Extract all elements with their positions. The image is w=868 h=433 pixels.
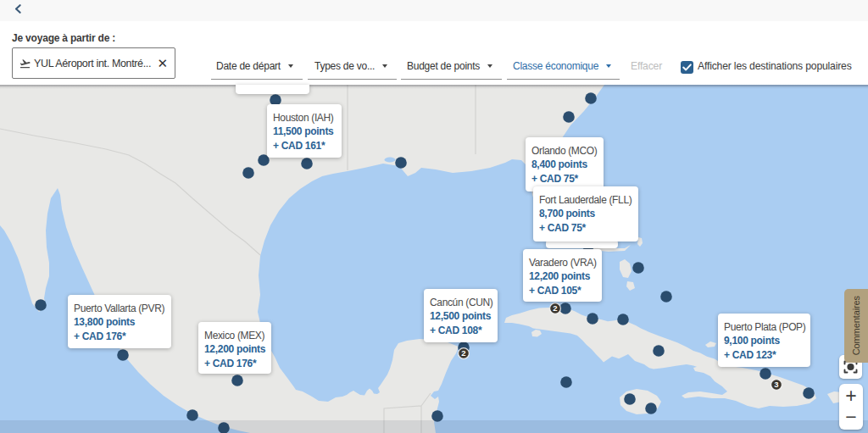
svg-text:3: 3	[774, 380, 778, 389]
svg-text:2: 2	[553, 303, 557, 313]
svg-text:2: 2	[461, 348, 465, 358]
